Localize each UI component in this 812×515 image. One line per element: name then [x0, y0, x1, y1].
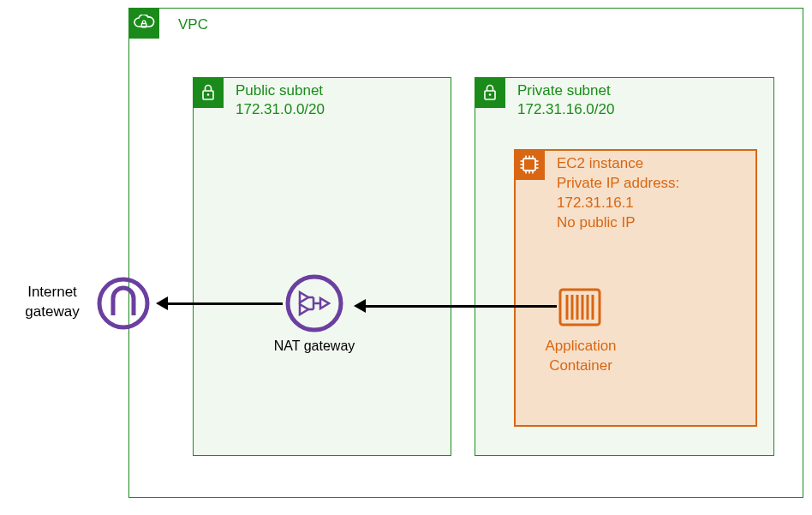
diagram-canvas: VPC Public subnet 172.31.0.0/20 Private … [0, 0, 812, 515]
ec2-ip-value: 172.31.16.1 [557, 194, 634, 213]
svg-marker-27 [300, 304, 308, 314]
vpc-label: VPC [178, 15, 208, 35]
ec2-ip-label: Private IP address: [557, 174, 679, 194]
arrow-head-icon [354, 299, 366, 313]
svg-point-4 [489, 93, 492, 96]
app-container-label-line1: Application [545, 338, 616, 354]
public-subnet-box [193, 77, 451, 456]
svg-point-2 [207, 93, 210, 96]
chip-icon [514, 149, 545, 180]
public-subnet-cidr: 172.31.0.0/20 [236, 100, 325, 120]
app-container-label-line2: Container [549, 357, 612, 374]
internet-gateway-icon [96, 276, 151, 331]
svg-marker-26 [300, 292, 308, 302]
nat-gateway-icon [284, 273, 344, 333]
ec2-no-public-ip: No public IP [557, 213, 636, 233]
public-subnet-label: Public subnet [236, 81, 323, 101]
svg-marker-32 [320, 298, 329, 308]
private-subnet-cidr: 172.31.16.0/20 [517, 100, 614, 120]
cloud-lock-icon [128, 8, 159, 39]
app-container-label: Application Container [514, 337, 648, 376]
internet-gateway-label: Internet gateway [16, 283, 88, 322]
internet-gateway-label-line1: Internet [27, 284, 77, 300]
internet-gateway-label-line2: gateway [25, 303, 79, 320]
ec2-title: EC2 instance [557, 154, 643, 174]
arrow-container-to-nat [365, 305, 557, 308]
container-icon [558, 288, 601, 326]
svg-rect-0 [141, 24, 146, 27]
svg-rect-5 [523, 159, 535, 171]
lock-icon [193, 77, 224, 108]
lock-icon [475, 77, 505, 108]
arrow-nat-to-igw [166, 302, 283, 305]
nat-gateway-label: NAT gateway [267, 338, 361, 354]
private-subnet-label: Private subnet [517, 81, 611, 101]
arrow-head-icon [156, 296, 168, 310]
